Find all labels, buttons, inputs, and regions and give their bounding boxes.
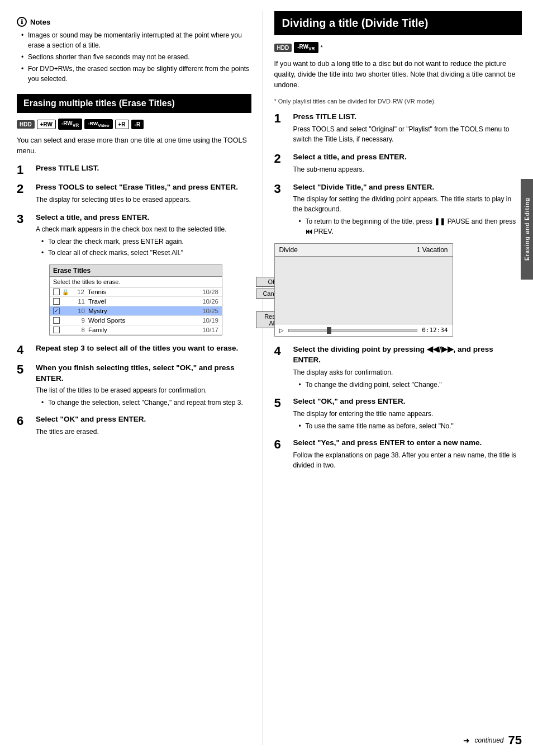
step-4-title: Repeat step 3 to select all of the title… (36, 343, 251, 354)
table-row: 11 Travel 10/26 (50, 297, 222, 306)
divide-step-3-bullets: To return to the beginning of the title,… (293, 216, 522, 237)
divide-step-1-content: Press TITLE LIST. Press TOOLS and select… (293, 112, 522, 147)
divide-step-5: 5 Select "OK," and press ENTER. The disp… (274, 396, 522, 432)
checkbox-row-1[interactable] (53, 289, 60, 295)
row-4-name: World Sports (88, 317, 199, 324)
row-1-num: 12 (70, 289, 84, 295)
step-5-bullet-1: To change the selection, select "Change,… (41, 398, 251, 408)
divide-step-5-bullet-1: To use the same title name as before, se… (299, 421, 522, 431)
row-2-date: 10/26 (199, 298, 218, 305)
page-number: 75 (508, 733, 522, 748)
erase-intro: You can select and erase more than one t… (17, 135, 251, 157)
step-2-title: Press TOOLS to select "Erase Titles," an… (36, 182, 251, 193)
badge-r-minus: -R (131, 120, 144, 129)
progress-bar (288, 329, 418, 332)
row-3-date: 10/25 (199, 308, 218, 314)
vacation-label: 1 Vacation (417, 246, 448, 254)
divide-screen: Divide 1 Vacation ▷ 0:12:34 (274, 243, 453, 337)
divide-step-3-title: Select "Divide Title," and press ENTER. (293, 182, 522, 193)
step-4-content: Repeat step 3 to select all of the title… (36, 343, 251, 356)
erase-step-3: 3 Select a title, and press ENTER. A che… (17, 212, 251, 259)
divide-step-3-number: 3 (274, 182, 290, 196)
checkbox-row-5[interactable] (53, 327, 60, 333)
notes-list: Images or sound may be momentarily inter… (17, 30, 251, 84)
side-tab: Erasing and Editing (521, 179, 533, 280)
arrow-icon: ➜ (463, 736, 470, 745)
divide-screen-header: Divide 1 Vacation (275, 244, 453, 257)
step-2-desc: The display for selecting titles to be e… (36, 195, 251, 205)
row-3-num: 10 (71, 308, 85, 314)
divide-step-5-content: Select "OK," and press ENTER. The displa… (293, 396, 522, 432)
notes-item-1: Images or sound may be momentarily inter… (21, 30, 251, 50)
step-3-number: 3 (17, 212, 32, 226)
step-5-desc: The list of the titles to be erased appe… (36, 385, 251, 395)
badge-rw-plus: +RW (37, 120, 56, 129)
continued-text: continued (474, 736, 503, 744)
badge-rwvr: -RWVR (58, 119, 82, 130)
right-column: Dividing a title (Divide Title) HDD -RWV… (263, 0, 533, 756)
checkbox-row-2[interactable] (53, 298, 60, 305)
step-6-content: Select "OK" and press ENTER. The titles … (36, 414, 251, 439)
lock-icon-row-1: 🔒 (62, 289, 69, 295)
checkbox-row-3[interactable]: ✓ (53, 308, 60, 314)
row-5-name: Family (88, 327, 199, 333)
step-1-content: Press TITLE LIST. (36, 163, 251, 176)
row-1-date: 10/28 (199, 289, 218, 295)
divide-step-2: 2 Select a title, and press ENTER. The s… (274, 152, 522, 177)
divide-step-2-title: Select a title, and press ENTER. (293, 152, 522, 163)
row-5-date: 10/17 (199, 327, 218, 333)
step-3-title: Select a title, and press ENTER. (36, 212, 251, 223)
step-4-number: 4 (17, 343, 32, 357)
notes-item-2: Sections shorter than five seconds may n… (21, 52, 251, 62)
row-4-date: 10/19 (199, 317, 218, 324)
step-5-bullets: To change the selection, select "Change,… (36, 398, 251, 408)
step-3-desc: A check mark appears in the check box ne… (36, 224, 251, 234)
divide-step-4-title: Select the dividing point by pressing ◀◀… (293, 344, 522, 366)
dividing-title-box: Dividing a title (Divide Title) (274, 11, 522, 35)
erase-step-5: 5 When you finish selecting titles, sele… (17, 363, 251, 409)
table-row: 9 World Sports 10/19 (50, 316, 222, 325)
erase-table-subheader: Select the titles to erase. (50, 277, 222, 287)
step-2-number: 2 (17, 182, 32, 196)
divide-step-4-number: 4 (274, 344, 290, 358)
play-icon: ▷ (279, 327, 284, 333)
divide-step-3: 3 Select "Divide Title," and press ENTER… (274, 182, 522, 238)
divide-step-3-content: Select "Divide Title," and press ENTER. … (293, 182, 522, 238)
row-5-num: 8 (71, 327, 85, 333)
divide-step-4: 4 Select the dividing point by pressing … (274, 344, 522, 391)
divide-step-6-number: 6 (274, 438, 290, 451)
erase-titles-section-box: Erasing multiple titles (Erase Titles) (17, 94, 251, 113)
table-row: ✓ 10 Mystry 10/25 (50, 306, 222, 316)
badge-r-plus: +R (115, 120, 129, 129)
divide-step-2-desc: The sub-menu appears. (293, 164, 522, 174)
divide-step-6-title: Select "Yes," and press ENTER to enter a… (293, 438, 522, 448)
erase-step-1: 1 Press TITLE LIST. (17, 163, 251, 177)
left-column: ℹ Notes Images or sound may be momentari… (0, 0, 263, 756)
divide-step-4-bullet-1: To change the dividing point, select "Ch… (299, 380, 522, 390)
dividing-footnote: * Only playlist titles can be divided fo… (274, 97, 522, 106)
time-display: 0:12:34 (422, 327, 448, 334)
divide-step-6: 6 Select "Yes," and press ENTER to enter… (274, 438, 522, 472)
divide-screen-footer: ▷ 0:12:34 (275, 324, 453, 336)
progress-thumb (327, 327, 331, 334)
erase-table-body: 🔒 12 Tennis 10/28 11 Travel 10/26 (50, 287, 222, 335)
step-1-number: 1 (17, 163, 32, 177)
divide-step-3-bullet-1: To return to the beginning of the title,… (299, 216, 522, 237)
step-5-title: When you finish selecting titles, select… (36, 363, 251, 384)
divide-step-2-number: 2 (274, 152, 290, 166)
page-footer: ➜ continued 75 (463, 733, 522, 748)
step-6-desc: The titles are erased. (36, 427, 251, 437)
notes-header: ℹ Notes (17, 17, 251, 27)
checkbox-row-4[interactable] (53, 317, 60, 324)
notes-item-3: For DVD+RWs, the erased section may be s… (21, 64, 251, 84)
row-3-name: Mystry (88, 308, 199, 314)
step-6-number: 6 (17, 414, 32, 428)
step-2-content: Press TOOLS to select "Erase Titles," an… (36, 182, 251, 207)
divide-step-1-desc: Press TOOLS and select "Original" or "Pl… (293, 124, 522, 144)
erase-step-4: 4 Repeat step 3 to select all of the tit… (17, 343, 251, 357)
step-6-title: Select "OK" and press ENTER. (36, 414, 251, 425)
divide-step-5-bullets: To use the same title name as before, se… (293, 421, 522, 431)
erase-table-header: Erase Titles (50, 265, 222, 277)
step-3-bullets: To clear the check mark, press ENTER aga… (36, 237, 251, 258)
erase-titles-table: Erase Titles Select the titles to erase.… (49, 264, 222, 336)
